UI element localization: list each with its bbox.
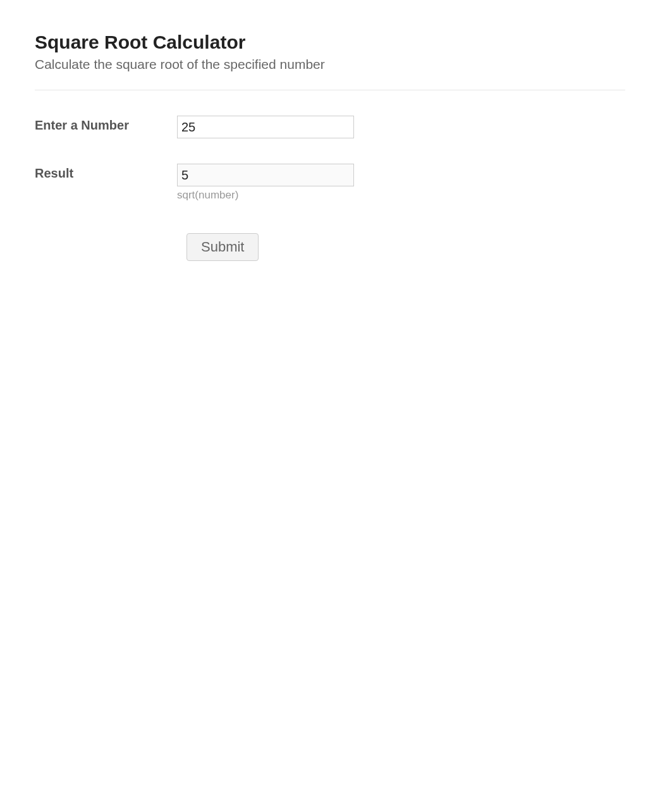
submit-button[interactable]: Submit — [186, 233, 259, 261]
number-control-wrap — [177, 116, 354, 138]
page-subtitle: Calculate the square root of the specifi… — [35, 57, 625, 72]
result-control-wrap: sqrt(number) — [177, 164, 354, 202]
header-divider — [35, 90, 625, 90]
result-label: Result — [35, 164, 177, 181]
result-help-text: sqrt(number) — [177, 189, 354, 202]
page-title: Square Root Calculator — [35, 32, 625, 53]
number-input[interactable] — [177, 116, 354, 138]
result-row: Result sqrt(number) — [35, 164, 625, 202]
submit-spacer — [35, 233, 177, 261]
number-label: Enter a Number — [35, 116, 177, 133]
number-row: Enter a Number — [35, 116, 625, 138]
result-output — [177, 164, 354, 186]
submit-row: Submit — [35, 233, 625, 261]
